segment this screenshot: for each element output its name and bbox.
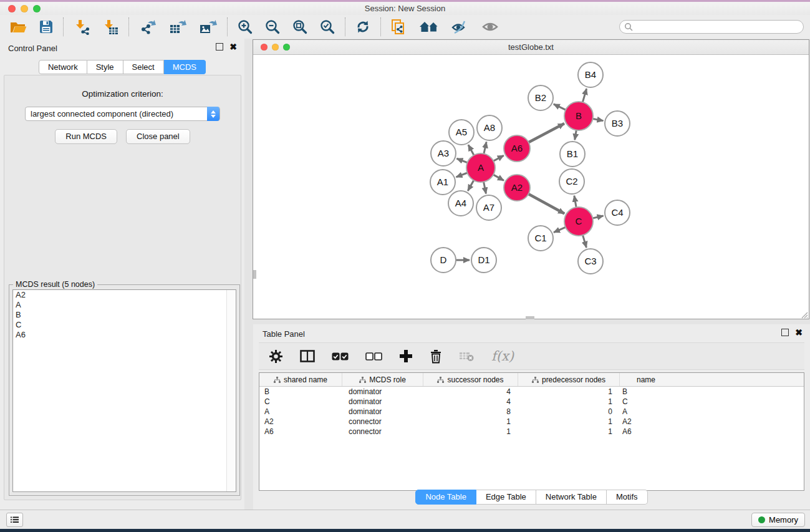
- table-row[interactable]: Bdominator41B: [259, 387, 804, 397]
- criterion-dropdown[interactable]: largest connected component (directed): [25, 107, 220, 121]
- export-image-button[interactable]: [199, 17, 217, 36]
- resize-grip-icon[interactable]: [800, 311, 808, 319]
- table-row[interactable]: A2connector11A2: [259, 417, 804, 427]
- save-session-button[interactable]: [39, 17, 53, 36]
- clone-network-button[interactable]: [391, 17, 407, 36]
- graph-node-B4[interactable]: B4: [578, 62, 603, 87]
- float-panel-button[interactable]: [216, 43, 223, 51]
- graph-node-C1[interactable]: C1: [528, 226, 553, 251]
- graph-edge-A2-C[interactable]: [528, 194, 565, 214]
- graph-edge-A-A8[interactable]: [484, 142, 486, 154]
- graph-node-B[interactable]: B: [564, 102, 593, 130]
- mcds-result-item[interactable]: A2: [13, 290, 236, 300]
- graph-node-C4[interactable]: C4: [605, 200, 630, 225]
- table-panel-mode-button[interactable]: [300, 347, 315, 365]
- graph-node-D[interactable]: D: [431, 248, 456, 273]
- network-canvas[interactable]: ABCA6A2A1A3A4A5A7A8B1B2B3B4C1C2C3C4DD1: [253, 55, 809, 319]
- graph-edge-A-A6[interactable]: [493, 155, 503, 161]
- tab-style[interactable]: Style: [87, 60, 123, 74]
- import-table-button[interactable]: [102, 17, 118, 36]
- result-list-scrollbar[interactable]: [226, 290, 236, 491]
- graph-node-A5[interactable]: A5: [449, 120, 474, 145]
- column-header-predecessor-nodes[interactable]: predecessor nodes: [518, 373, 620, 386]
- column-header-successor-nodes[interactable]: successor nodes: [423, 373, 518, 386]
- graph-edge-A6-B[interactable]: [528, 123, 564, 143]
- mcds-result-item[interactable]: A: [13, 300, 236, 310]
- mcds-result-item[interactable]: A6: [13, 330, 236, 340]
- search-input[interactable]: [619, 20, 804, 34]
- tab-edge-table[interactable]: Edge Table: [476, 490, 536, 505]
- graph-node-A8[interactable]: A8: [477, 115, 502, 140]
- delete-table-button[interactable]: [459, 347, 475, 365]
- graph-edge-B-B3[interactable]: [592, 118, 604, 120]
- graph-node-A7[interactable]: A7: [476, 195, 501, 220]
- graph-edge-A-A7[interactable]: [483, 181, 486, 194]
- close-panel-button[interactable]: ✖: [229, 43, 237, 51]
- graph-node-A3[interactable]: A3: [431, 141, 456, 166]
- column-header-shared-name[interactable]: shared name: [259, 373, 342, 386]
- graph-node-A2[interactable]: A2: [504, 175, 530, 201]
- vertical-scroll-indicator[interactable]: [253, 270, 256, 279]
- function-builder-button[interactable]: f(x): [491, 349, 514, 364]
- table-settings-button[interactable]: [269, 347, 283, 365]
- create-column-button[interactable]: [399, 347, 413, 365]
- graph-node-B3[interactable]: B3: [605, 111, 630, 136]
- graph-edge-C-C3[interactable]: [582, 235, 586, 248]
- refresh-button[interactable]: [355, 17, 370, 36]
- graph-edge-A-A5[interactable]: [468, 145, 475, 155]
- table-row[interactable]: Cdominator41C: [259, 397, 804, 407]
- tab-node-table[interactable]: Node Table: [415, 490, 476, 505]
- graph-edge-A-A1[interactable]: [456, 173, 468, 177]
- table-row[interactable]: A6connector11A6: [259, 427, 804, 437]
- graph-edge-B-B2[interactable]: [554, 104, 566, 110]
- graph-node-B1[interactable]: B1: [560, 142, 585, 167]
- graph-edge-B-B4[interactable]: [582, 89, 587, 103]
- delete-columns-button[interactable]: [430, 347, 442, 365]
- graph-edge-A-A3[interactable]: [456, 158, 468, 163]
- export-network-button[interactable]: [139, 17, 157, 36]
- graph-edge-C-C1[interactable]: [554, 227, 566, 233]
- zoom-selected-button[interactable]: [320, 17, 335, 36]
- graph-node-B2[interactable]: B2: [528, 85, 553, 110]
- memory-button[interactable]: Memory: [751, 513, 805, 527]
- zoom-fit-button[interactable]: [292, 17, 307, 36]
- graph-node-A1[interactable]: A1: [430, 170, 455, 195]
- graph-node-A6[interactable]: A6: [504, 135, 530, 162]
- graph-node-A[interactable]: A: [466, 153, 495, 182]
- show-all-button[interactable]: [481, 17, 499, 36]
- show-all-columns-button[interactable]: [332, 347, 349, 365]
- graph-edge-A-A2[interactable]: [493, 175, 504, 181]
- home-button[interactable]: [419, 17, 439, 36]
- graph-edge-C-C2[interactable]: [574, 196, 576, 208]
- close-table-panel-button[interactable]: ✖: [795, 329, 803, 336]
- import-network-button[interactable]: [74, 17, 90, 36]
- hide-selected-button[interactable]: [451, 17, 469, 36]
- horizontal-scroll-indicator[interactable]: [526, 316, 534, 319]
- run-mcds-button[interactable]: Run MCDS: [55, 129, 117, 144]
- column-header-MCDS-role[interactable]: MCDS role: [342, 373, 423, 386]
- open-session-button[interactable]: [10, 17, 27, 36]
- tab-mcds[interactable]: MCDS: [164, 60, 206, 74]
- tab-network[interactable]: Network: [39, 60, 87, 74]
- graph-edge-B-B1[interactable]: [575, 130, 577, 140]
- column-header-name[interactable]: name: [620, 373, 672, 386]
- zoom-in-button[interactable]: [238, 17, 253, 36]
- graph-node-C2[interactable]: C2: [559, 169, 584, 194]
- float-table-panel-button[interactable]: [781, 329, 789, 336]
- table-row[interactable]: Adominator80A: [259, 407, 804, 417]
- graph-edge-C-C4[interactable]: [592, 216, 603, 218]
- export-table-button[interactable]: [169, 17, 186, 36]
- mcds-result-list[interactable]: A2ABCA6: [12, 289, 236, 492]
- graph-edge-A-A4[interactable]: [468, 180, 474, 191]
- tab-motifs[interactable]: Motifs: [607, 490, 648, 505]
- tab-network-table[interactable]: Network Table: [536, 490, 607, 505]
- tab-select[interactable]: Select: [123, 60, 164, 74]
- graph-node-C3[interactable]: C3: [578, 249, 603, 274]
- mcds-result-item[interactable]: B: [13, 310, 236, 320]
- close-panel-button-mcds[interactable]: Close panel: [126, 129, 190, 144]
- graph-node-A4[interactable]: A4: [448, 191, 473, 216]
- graph-node-D1[interactable]: D1: [471, 248, 496, 273]
- show-panels-button[interactable]: [6, 513, 23, 527]
- graph-node-C[interactable]: C: [564, 207, 593, 236]
- hide-all-columns-button[interactable]: [365, 347, 382, 365]
